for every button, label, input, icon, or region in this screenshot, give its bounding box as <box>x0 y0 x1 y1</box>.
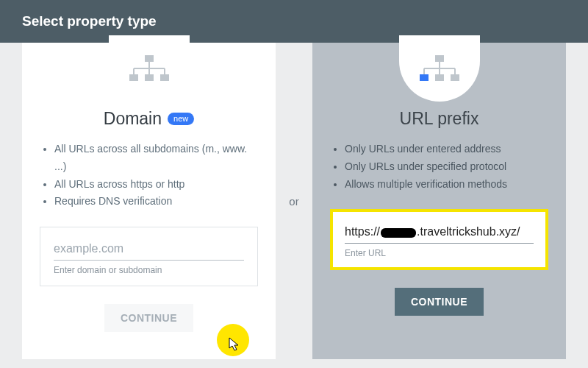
svg-rect-8 <box>160 74 169 81</box>
url-card-title: URL prefix <box>400 109 479 129</box>
svg-rect-16 <box>435 74 444 81</box>
url-icon-wrap <box>399 35 480 102</box>
svg-rect-0 <box>145 55 154 62</box>
property-type-cards: Domain new All URLs across all subdomain… <box>0 43 588 359</box>
url-bullet-list: Only URLs under entered address Only URL… <box>330 141 507 193</box>
new-badge: new <box>168 113 194 125</box>
svg-rect-9 <box>435 55 444 62</box>
url-input[interactable]: https://.traveltrickshub.xyz/ <box>345 222 534 244</box>
domain-card-title-row: Domain new <box>104 109 194 129</box>
sitemap-icon <box>127 54 171 83</box>
url-suffix-text: .traveltrickshub.xyz/ <box>417 225 520 238</box>
svg-rect-7 <box>145 74 154 81</box>
domain-input[interactable] <box>54 239 244 261</box>
sitemap-icon <box>417 54 462 83</box>
domain-bullet: Requires DNS verification <box>54 193 258 210</box>
url-bullet: Only URLs under entered address <box>345 141 507 158</box>
url-bullet: Only URLs under specified protocol <box>345 158 507 176</box>
url-card-title-row: URL prefix <box>400 109 479 129</box>
url-prefix-card[interactable]: URL prefix Only URLs under entered addre… <box>312 43 566 359</box>
domain-icon-wrap <box>109 35 190 102</box>
domain-card[interactable]: Domain new All URLs across all subdomain… <box>22 43 276 359</box>
url-prefix-text: https:// <box>345 225 380 238</box>
svg-rect-15 <box>420 74 429 81</box>
domain-input-wrap: Enter domain or subdomain <box>40 227 258 286</box>
domain-continue-button[interactable]: CONTINUE <box>104 304 193 332</box>
domain-bullet-list: All URLs across all subdomains (m., www.… <box>40 141 258 210</box>
url-continue-button[interactable]: CONTINUE <box>395 288 484 316</box>
domain-bullet: All URLs across https or http <box>54 176 258 194</box>
url-input-wrap: https://.traveltrickshub.xyz/ Enter URL <box>330 209 548 270</box>
url-bullet: Allows multiple verification methods <box>345 176 507 194</box>
redacted-segment <box>381 228 416 238</box>
dialog-title: Select property type <box>22 13 157 29</box>
url-input-help: Enter URL <box>345 248 534 258</box>
svg-rect-6 <box>129 74 138 81</box>
dialog-header: Select property type <box>0 0 588 43</box>
domain-input-help: Enter domain or subdomain <box>54 265 244 275</box>
or-separator: or <box>276 43 312 359</box>
domain-card-title: Domain <box>104 109 162 129</box>
svg-rect-17 <box>451 74 459 81</box>
domain-bullet: All URLs across all subdomains (m., www.… <box>54 141 258 176</box>
